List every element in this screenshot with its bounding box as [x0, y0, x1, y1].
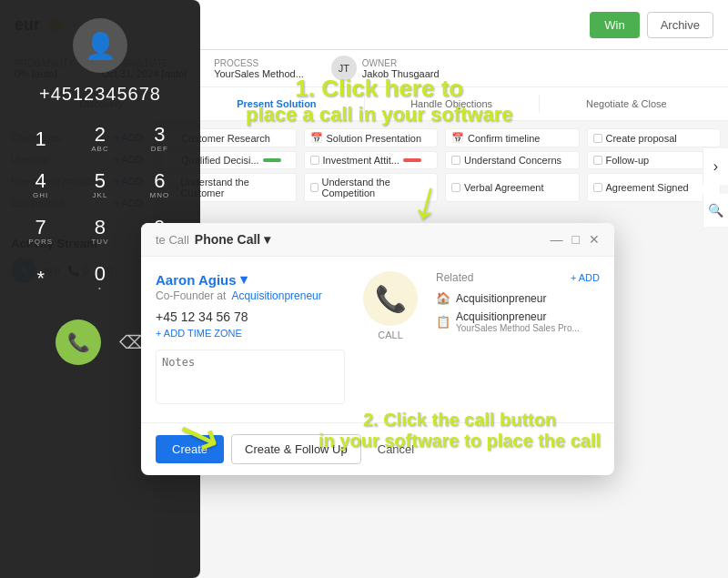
- person-icon: 👤: [85, 31, 116, 61]
- related-item-info: Acquisitionpreneur: [456, 292, 546, 305]
- checkbox-icon: [451, 156, 460, 165]
- annotation-1: 1. Click here to place a call in your so…: [246, 75, 512, 127]
- checkbox-icon: [593, 156, 602, 165]
- checkbox-icon: [451, 183, 460, 192]
- modal-controls: — □ ✕: [551, 232, 600, 247]
- dialpad-key-5[interactable]: 5JKL: [74, 166, 126, 205]
- task-row-2: Qualified Decisi... Investment Attit... …: [162, 151, 721, 169]
- close-button[interactable]: ✕: [589, 232, 600, 247]
- task-cell-2-4: Follow-up: [587, 151, 722, 169]
- task-label: Create proposal: [606, 133, 677, 144]
- task-cell-1-4: Create proposal: [587, 128, 722, 147]
- status-dot: [403, 158, 421, 162]
- modal-header-prefix: te Call: [156, 233, 189, 247]
- checkbox-icon: [310, 183, 318, 192]
- related-item-info-2: Acquisitionpreneur YourSales Method Sale…: [456, 310, 580, 333]
- task-cell-3-3: Verbal Agreement: [445, 173, 580, 202]
- task-label: Follow-up: [606, 155, 650, 166]
- chevron-icon[interactable]: ▾: [240, 271, 248, 288]
- minimize-button[interactable]: —: [551, 232, 563, 247]
- task-cell-2-3: Understand Concerns: [445, 151, 580, 169]
- annotation-1-line1: 1. Click here to: [246, 75, 512, 103]
- calendar-icon: 📅: [451, 132, 464, 144]
- status-dot: [263, 158, 281, 162]
- add-timezone-button[interactable]: + ADD TIME ZONE: [156, 328, 345, 339]
- annotation-1-line2: place a call in your software: [246, 103, 512, 127]
- task-label: Solution Presentation: [327, 133, 422, 144]
- win-button[interactable]: Win: [590, 12, 639, 38]
- related-header: Related + ADD: [436, 271, 600, 284]
- home-icon: 🏠: [436, 291, 450, 305]
- contact-role: Co-Founder at Acquisitionpreneur: [156, 289, 345, 302]
- dialpad-key-star[interactable]: *: [15, 259, 66, 298]
- call-circle[interactable]: 📞: [363, 271, 418, 326]
- checkbox-icon: [593, 134, 602, 143]
- archive-button[interactable]: Archive: [647, 12, 713, 38]
- checkbox-icon: [310, 156, 319, 165]
- process-label: PROCESS: [214, 58, 304, 68]
- contact-name: Aaron Agius ▾: [156, 271, 345, 288]
- task-label: Investment Attit...: [323, 155, 399, 166]
- dialpad-key-6[interactable]: 6MNO: [134, 166, 186, 205]
- task-cell-2-2: Investment Attit...: [304, 151, 439, 169]
- dialpad-key-1[interactable]: 1: [15, 119, 66, 158]
- task-label: Confirm timeline: [468, 133, 540, 144]
- related-add-button[interactable]: + ADD: [571, 272, 600, 283]
- call-button[interactable]: 📞: [56, 319, 101, 365]
- dialpad-key-0[interactable]: 0•: [74, 259, 126, 298]
- top-bar-actions: Win Archive: [590, 12, 713, 38]
- contact-phone: +45 12 34 56 78: [156, 309, 345, 324]
- annotation-2-line1: 2. Click the call button: [318, 410, 601, 431]
- annotation-2: 2. Click the call button in your softwar…: [318, 410, 601, 451]
- annotation-2-line2: in your software to place the call: [318, 431, 601, 451]
- dialpad-key-8[interactable]: 8TUV: [74, 212, 126, 251]
- modal-contact-section: Aaron Agius ▾ Co-Founder at Acquisitionp…: [156, 271, 345, 408]
- dialpad-avatar: 👤: [73, 18, 127, 73]
- dialpad-key-3[interactable]: 3DEF: [134, 119, 186, 158]
- dialpad-actions: 📞 ⌫: [56, 319, 145, 365]
- dialpad-key-4[interactable]: 4GHI: [15, 166, 66, 205]
- document-icon: 📋: [436, 315, 450, 329]
- search-icon[interactable]: 🔍: [703, 194, 728, 227]
- task-cell-3-4: Agreement Signed: [587, 173, 722, 202]
- phone-icon: 📞: [375, 284, 407, 314]
- dialpad-number: +4512345678: [39, 84, 161, 105]
- modal-header: te Call Phone Call ▾ — □ ✕: [141, 223, 614, 257]
- related-sub-2: YourSales Method Sales Pro...: [456, 323, 580, 333]
- chevron-down-icon[interactable]: ▾: [264, 232, 270, 247]
- maximize-button[interactable]: □: [572, 232, 580, 247]
- calendar-icon: 📅: [310, 132, 323, 144]
- task-label: Verbal Agreement: [464, 182, 543, 193]
- related-name-1: Acquisitionpreneur: [456, 292, 546, 305]
- call-label: CALL: [378, 330, 403, 340]
- related-name-2: Acquisitionpreneur: [456, 310, 580, 323]
- related-item-2: 📋 Acquisitionpreneur YourSales Method Sa…: [436, 310, 600, 333]
- call-icon-section: 📞 CALL: [363, 271, 418, 408]
- task-label: Agreement Signed: [606, 182, 689, 193]
- related-label: Related: [436, 271, 473, 284]
- checkbox-icon: [593, 183, 602, 192]
- stage-negotiate[interactable]: Negotiate & Close: [540, 95, 713, 113]
- nav-forward-button[interactable]: ›: [703, 148, 728, 185]
- contact-company-link[interactable]: Acquisitionpreneur: [231, 289, 321, 302]
- dialpad-key-2[interactable]: 2ABC: [74, 119, 126, 158]
- task-row-1: Customer Research 📅 Solution Presentatio…: [162, 128, 721, 147]
- task-label: Understand Concerns: [464, 155, 561, 166]
- dialpad-key-7[interactable]: 7PQRS: [15, 212, 66, 251]
- task-cell-1-2: 📅 Solution Presentation: [304, 128, 439, 147]
- modal-body: Aaron Agius ▾ Co-Founder at Acquisitionp…: [141, 257, 614, 422]
- owner-label: OWNER: [362, 58, 440, 68]
- related-section: Related + ADD 🏠 Acquisitionpreneur 📋 Acq…: [436, 271, 600, 408]
- task-cell-1-3: 📅 Confirm timeline: [445, 128, 580, 147]
- modal-title: Phone Call ▾: [195, 232, 270, 247]
- notes-field[interactable]: [156, 350, 345, 404]
- related-item-1: 🏠 Acquisitionpreneur: [436, 291, 600, 305]
